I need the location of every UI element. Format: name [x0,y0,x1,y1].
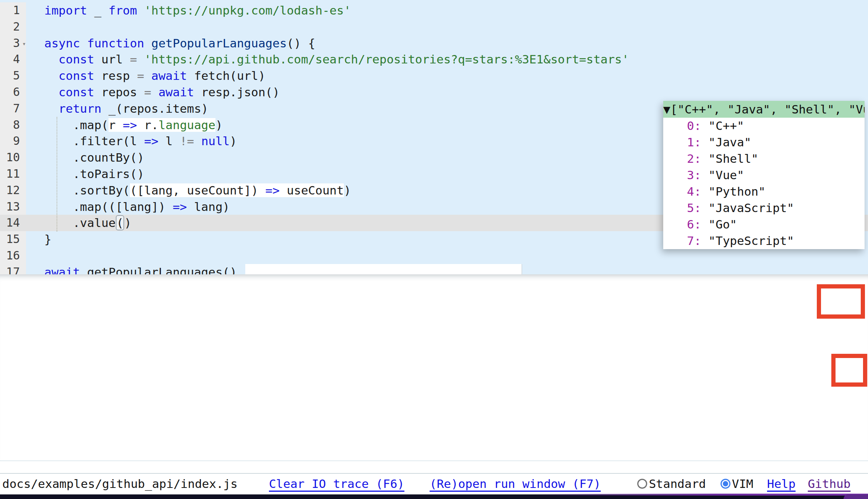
vim-block-cursor: ( [116,215,125,230]
value-entry-value: "Python" [708,185,765,198]
code-token: l [159,134,180,148]
code-line[interactable]: 16 [0,248,868,264]
line-number: 5 [0,68,26,84]
vim-mode-label: VIM [732,477,753,491]
help-link[interactable]: Help [767,477,796,491]
code-token [144,36,151,50]
code-token: getPopularLanguages [151,36,287,50]
code-token: null [201,134,230,148]
code-token: resp.json() [194,85,280,99]
github-link[interactable]: Github [808,477,850,491]
value-entry[interactable]: 6:"Go" [663,216,865,233]
code-token: _ [87,3,108,17]
value-entry-index: 2: [663,152,701,165]
code-token: .map( [44,118,108,132]
code-token: .toPairs() [44,167,144,181]
value-entry-index: 5: [663,201,701,215]
line-number: 1 [0,2,26,19]
code-line-text: async function getPopularLanguages() { [26,35,868,52]
line-number: 16 [0,248,26,264]
status-bar: docs/examples/github_api/index.js Clear … [0,473,868,494]
code-line[interactable]: 4 const url = 'https://api.github.com/se… [0,51,868,68]
mode-option-standard[interactable]: Standard [637,477,706,491]
line-number: 3▾ [0,35,26,52]
value-entry[interactable]: 2:"Shell" [663,151,865,167]
code-line[interactable]: 17await getPopularLanguages() [0,264,868,274]
code-line-text: const repos = await resp.json() [26,84,868,100]
code-token: return [58,102,101,115]
code-token [144,69,151,83]
code-token: => [266,183,280,197]
code-token: language [159,118,215,132]
line-number: 17 [0,264,26,274]
value-entry-value: "C++" [708,119,744,133]
code-token [137,52,144,66]
code-token: useCount [287,183,344,197]
value-entry-value: "TypeScript" [708,234,794,248]
value-entry[interactable]: 7:"TypeScript" [663,233,865,249]
code-token: await [151,69,187,83]
value-entry[interactable]: 3:"Vue" [663,167,865,183]
code-token: .value [44,216,116,230]
line-number: 13 [0,199,26,215]
code-token: lang) [187,200,230,214]
mode-option-vim[interactable]: VIM [721,477,753,491]
value-explorer-header[interactable]: ▼["C++", "Java", "Shell", "Vue", "Python… [663,101,865,118]
code-token [44,52,58,66]
line-number: 12 [0,182,26,199]
code-token: .map(([lang]) [44,200,173,214]
value-entry-index: 4: [663,185,701,198]
code-line[interactable]: 1import _ from 'https://unpkg.com/lodash… [0,2,868,19]
value-entry[interactable]: 4:"Python" [663,183,865,200]
value-entry-index: 0: [663,119,701,133]
code-token: 'https://api.github.com/search/repositor… [144,52,629,66]
value-entry-index: 6: [663,217,701,231]
value-entry[interactable]: 0:"C++" [663,118,865,134]
code-token: = [130,52,137,66]
value-entry[interactable]: 1:"Java" [663,134,865,151]
code-token: await [159,85,194,99]
code-token [44,85,58,99]
code-token [280,183,287,197]
leporello-ide-window: 1import _ from 'https://unpkg.com/lodash… [0,0,868,499]
code-token: ) [215,118,223,132]
standard-mode-radio[interactable] [637,479,647,489]
code-token: != [180,134,194,148]
clear-io-trace-link[interactable]: Clear IO trace (F6) [269,477,405,491]
code-token: url [94,52,130,66]
fold-marker-icon[interactable]: ▾ [22,36,26,52]
vim-mode-radio[interactable] [721,479,730,489]
code-token: => [173,200,187,214]
code-line-text: import _ from 'https://unpkg.com/lodash-… [26,2,868,19]
value-entry-index: 3: [663,168,701,182]
value-entry-index: 1: [663,135,701,149]
code-line-text [26,19,868,35]
value-entry-value: "JavaScript" [708,201,794,215]
code-token: const [58,52,94,66]
line-number: 14 [0,215,26,231]
value-entry-value: "Java" [708,135,751,149]
value-entry[interactable]: 5:"JavaScript" [663,200,865,216]
standard-mode-label: Standard [649,477,706,491]
background-window-corner [844,494,868,499]
line-number: 10 [0,149,26,166]
code-token: const [58,69,94,83]
value-explorer-body: 0:"C++"1:"Java"2:"Shell"3:"Vue"4:"Python… [663,118,865,249]
value-entry-index: 7: [663,234,701,248]
reopen-run-window-link[interactable]: (Re)open run window (F7) [430,477,601,491]
code-token: = [137,69,144,83]
line-number: 11 [0,166,26,182]
code-token: _(repos.items) [101,102,208,115]
code-token: ([lang, useCount]) [130,183,266,197]
code-line[interactable]: 3▾async function getPopularLanguages() { [0,35,868,52]
value-entry-value: "Shell" [708,152,758,165]
code-editor[interactable]: 1import _ from 'https://unpkg.com/lodash… [0,0,868,274]
code-line-text: const url = 'https://api.github.com/sear… [26,51,868,68]
code-line[interactable]: 2 [0,19,868,35]
code-line-text: await getPopularLanguages() [26,264,868,274]
code-line[interactable]: 5 const resp = await fetch(url) [0,68,868,84]
code-token: async [44,36,80,50]
code-line-text [26,248,868,264]
line-number: 2 [0,19,26,35]
code-line[interactable]: 6 const repos = await resp.json() [0,84,868,100]
